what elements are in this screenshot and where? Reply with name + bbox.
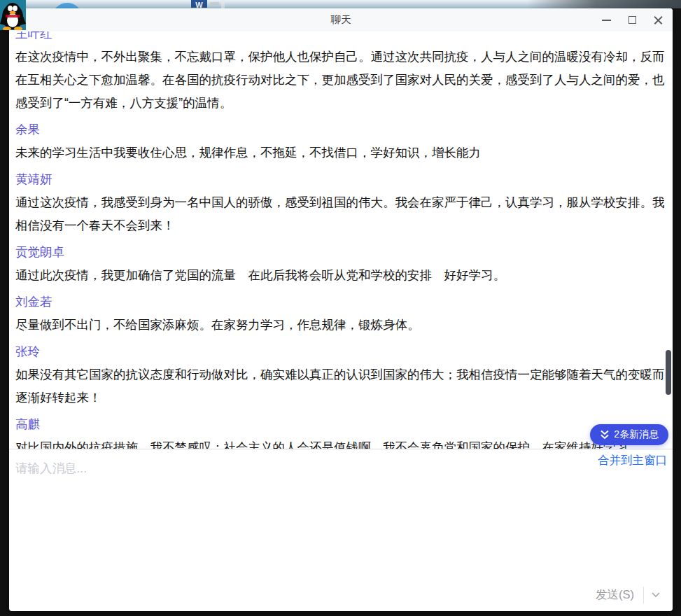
window-edge-sliver xyxy=(221,0,225,8)
send-separator xyxy=(643,587,644,603)
scrollbar-thumb[interactable] xyxy=(666,350,671,395)
window-controls xyxy=(594,8,671,31)
send-row: 发送(S) xyxy=(589,584,666,606)
message-text: 在这次疫情中，不外出聚集，不忘戴口罩，保护他人也保护自己。通过这次共同抗疫，人与… xyxy=(15,46,666,115)
chevron-down-icon xyxy=(652,592,660,598)
new-messages-button[interactable]: 2条新消息 xyxy=(590,424,668,445)
window-title: 聊天 xyxy=(9,8,673,31)
sender-name[interactable]: 贡觉朗卓 xyxy=(15,241,666,264)
sender-name[interactable]: 刘金若 xyxy=(15,290,666,314)
close-icon xyxy=(654,15,663,24)
sender-name[interactable]: 王叶红 xyxy=(15,31,666,46)
message-text: 通过此次疫情，我更加确信了党国的流量 在此后我将会听从党和学校的安排 好好学习。 xyxy=(15,264,666,287)
message-text: 通过这次疫情，我感受到身为一名中国人的骄傲，感受到祖国的伟大。我会在家严于律己，… xyxy=(15,191,666,237)
close-button[interactable] xyxy=(645,8,671,31)
message-text: 对比国内外的抗疫措施 我不禁感叹：社会主义的人会还是值钱啊 我不会辜负党和国家的… xyxy=(15,436,666,449)
desktop: { "colors": { "sender_name": "#5b55dd", … xyxy=(0,0,681,616)
composer-divider xyxy=(9,449,673,449)
message-list[interactable]: 王叶红 在这次疫情中，不外出聚集，不忘戴口罩，保护他人也保护自己。通过这次共同抗… xyxy=(9,31,673,449)
chat-window: 聊天 王叶红 在这次疫情中，不外出聚集，不忘戴口罩，保护他人也保护自己。通过这次… xyxy=(9,8,673,611)
word-icon[interactable]: W xyxy=(191,0,207,8)
sender-name[interactable]: 高麒 xyxy=(15,413,666,436)
qq-penguin-glyph xyxy=(0,0,26,30)
minimize-button[interactable] xyxy=(594,8,619,31)
sender-name[interactable]: 张玲 xyxy=(15,340,666,363)
message-text: 尽量做到不出门，不给国家添麻烦。在家努力学习，作息规律，锻炼身体。 xyxy=(15,314,666,337)
minimize-icon xyxy=(602,20,611,21)
sender-name[interactable]: 余果 xyxy=(15,118,666,141)
window-titlebar[interactable]: 聊天 xyxy=(9,8,673,31)
message-text: 如果没有其它国家的抗议态度和行动做对比，确实难以真正的认识到国家的伟大；我相信疫… xyxy=(15,363,666,410)
send-options-button[interactable] xyxy=(646,584,666,606)
message-item: 高麒 对比国内外的抗疫措施 我不禁感叹：社会主义的人会还是值钱啊 我不会辜负党和… xyxy=(15,413,666,449)
message-scroll-content: 王叶红 在这次疫情中，不外出聚集，不忘戴口罩，保护他人也保护自己。通过这次共同抗… xyxy=(15,31,666,449)
sender-name[interactable]: 黄靖妍 xyxy=(15,168,666,191)
taskbar-strip: W xyxy=(0,0,681,8)
double-chevron-down-icon xyxy=(600,430,610,440)
message-input[interactable] xyxy=(15,460,505,572)
new-messages-label: 2条新消息 xyxy=(614,428,659,441)
message-item: 王叶红 在这次疫情中，不外出聚集，不忘戴口罩，保护他人也保护自己。通过这次共同抗… xyxy=(15,31,666,115)
browser-ring-icon[interactable] xyxy=(45,0,88,8)
merge-to-main-window-link[interactable]: 合并到主窗口 xyxy=(598,452,667,468)
message-item: 余果 未来的学习生活中我要收住心思，规律作息，不拖延，不找借口，学好知识，增长能… xyxy=(15,118,666,164)
send-button[interactable]: 发送(S) xyxy=(589,587,641,603)
maximize-button[interactable] xyxy=(619,8,645,31)
message-item: 黄靖妍 通过这次疫情，我感受到身为一名中国人的骄傲，感受到祖国的伟大。我会在家严… xyxy=(15,168,666,237)
message-text: 未来的学习生活中我要收住心思，规律作息，不拖延，不找借口，学好知识，增长能力 xyxy=(15,141,666,164)
maximize-icon xyxy=(629,16,636,24)
minimized-window-dash xyxy=(210,2,219,5)
message-item: 刘金若 尽量做到不出门，不给国家添麻烦。在家努力学习，作息规律，锻炼身体。 xyxy=(15,290,666,337)
message-item: 张玲 如果没有其它国家的抗议态度和行动做对比，确实难以真正的认识到国家的伟大；我… xyxy=(15,340,666,410)
qq-penguin-icon[interactable] xyxy=(0,0,26,30)
message-item: 贡觉朗卓 通过此次疫情，我更加确信了党国的流量 在此后我将会听从党和学校的安排 … xyxy=(15,241,666,287)
wallpaper-dark-cloud xyxy=(527,0,681,8)
